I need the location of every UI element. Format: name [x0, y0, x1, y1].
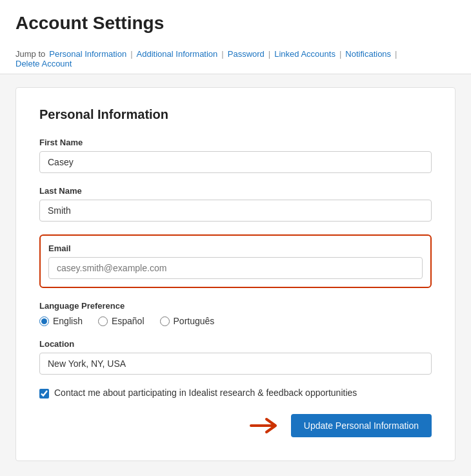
separator-4: |: [339, 49, 341, 59]
contact-checkbox-label[interactable]: Contact me about participating in Ideali…: [54, 388, 357, 398]
radio-portugues-input[interactable]: [160, 316, 170, 326]
arrow-indicator: [250, 417, 281, 435]
jump-to-bar: Jump to Personal Information | Additiona…: [15, 44, 456, 74]
first-name-label: First Name: [39, 138, 432, 147]
nav-link-delete-account[interactable]: Delete Account: [15, 59, 72, 68]
radio-english[interactable]: English: [39, 316, 83, 326]
contact-checkbox[interactable]: [39, 389, 49, 398]
arrow-icon: [250, 417, 281, 435]
jump-to-label: Jump to: [15, 49, 45, 59]
radio-espanol[interactable]: Español: [98, 316, 145, 326]
nav-link-linked-accounts[interactable]: Linked Accounts: [274, 49, 336, 59]
language-preference-label: Language Preference: [39, 301, 432, 311]
separator-1: |: [130, 49, 132, 59]
last-name-label: Last Name: [39, 186, 432, 196]
page-header: Account Settings Jump to Personal Inform…: [0, 0, 471, 74]
personal-information-card: Personal Information First Name Last Nam…: [15, 87, 456, 461]
nav-link-password[interactable]: Password: [228, 49, 265, 59]
radio-espanol-input[interactable]: [98, 316, 108, 326]
nav-link-personal-information[interactable]: Personal Information: [49, 49, 126, 59]
radio-espanol-label: Español: [112, 316, 145, 326]
last-name-group: Last Name: [39, 186, 432, 222]
email-group: Email: [39, 234, 432, 288]
page-title: Account Settings: [15, 13, 456, 34]
section-title: Personal Information: [39, 107, 432, 122]
separator-5: |: [395, 49, 397, 59]
location-group: Location: [39, 339, 432, 375]
language-preference-group: Language Preference English Español Port…: [39, 301, 432, 326]
nav-link-additional-information[interactable]: Additional Information: [137, 49, 218, 59]
update-personal-information-button[interactable]: Update Personal Information: [291, 414, 432, 437]
form-footer: Update Personal Information: [39, 414, 432, 437]
nav-link-notifications[interactable]: Notifications: [345, 49, 391, 59]
first-name-group: First Name: [39, 138, 432, 173]
main-content: Personal Information First Name Last Nam…: [0, 74, 471, 474]
email-input[interactable]: [48, 257, 423, 279]
email-label: Email: [48, 243, 423, 253]
radio-portugues[interactable]: Português: [160, 316, 215, 326]
separator-2: |: [221, 49, 223, 59]
radio-english-label: English: [53, 316, 83, 326]
location-input[interactable]: [39, 353, 432, 375]
radio-options: English Español Português: [39, 316, 432, 326]
first-name-input[interactable]: [39, 151, 432, 173]
contact-checkbox-group: Contact me about participating in Ideali…: [39, 388, 432, 398]
location-label: Location: [39, 339, 432, 349]
radio-english-input[interactable]: [39, 316, 49, 326]
last-name-input[interactable]: [39, 200, 432, 222]
separator-3: |: [268, 49, 270, 59]
radio-portugues-label: Português: [174, 316, 215, 326]
